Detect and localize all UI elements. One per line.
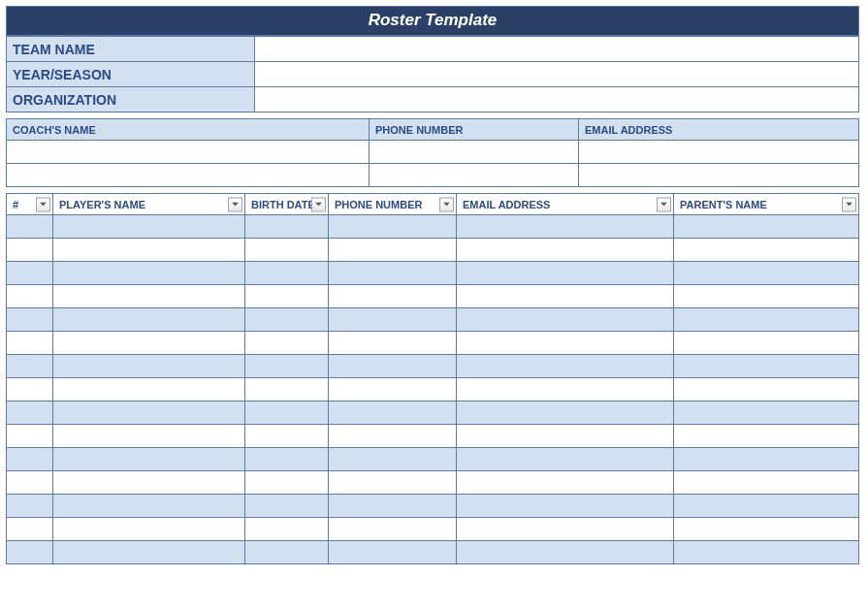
player-cell-name[interactable] — [53, 355, 245, 378]
team-name-input[interactable] — [255, 37, 859, 62]
player-cell-name[interactable] — [53, 239, 245, 262]
player-cell-phone[interactable] — [329, 215, 457, 239]
filter-dropdown-icon[interactable] — [228, 197, 242, 211]
player-cell-email[interactable] — [457, 332, 674, 355]
player-cell-birth[interactable] — [245, 448, 329, 471]
player-cell-email[interactable] — [457, 355, 674, 378]
player-cell-name[interactable] — [53, 378, 245, 401]
coach-cell-email[interactable] — [579, 141, 859, 164]
coach-cell-phone[interactable] — [370, 141, 579, 164]
player-cell-name[interactable] — [53, 471, 245, 495]
player-cell-phone[interactable] — [329, 285, 457, 308]
player-header-name[interactable]: PLAYER'S NAME — [53, 194, 245, 215]
player-cell-parent[interactable] — [674, 541, 859, 564]
player-cell-birth[interactable] — [245, 308, 329, 332]
player-cell-parent[interactable] — [674, 401, 859, 425]
player-cell-num[interactable] — [7, 239, 53, 262]
player-header-num[interactable]: # — [7, 194, 53, 215]
player-cell-num[interactable] — [7, 285, 53, 308]
player-cell-email[interactable] — [457, 541, 674, 564]
player-cell-name[interactable] — [53, 541, 245, 564]
player-cell-parent[interactable] — [674, 448, 859, 471]
player-cell-phone[interactable] — [329, 448, 457, 471]
player-cell-birth[interactable] — [245, 262, 329, 285]
player-cell-parent[interactable] — [674, 285, 859, 308]
player-cell-phone[interactable] — [329, 355, 457, 378]
player-cell-birth[interactable] — [245, 239, 329, 262]
player-cell-name[interactable] — [53, 495, 245, 518]
player-cell-name[interactable] — [53, 285, 245, 308]
player-cell-phone[interactable] — [329, 401, 457, 425]
player-cell-num[interactable] — [7, 518, 53, 541]
player-cell-birth[interactable] — [245, 401, 329, 425]
coach-cell-name[interactable] — [7, 141, 370, 164]
player-cell-parent[interactable] — [674, 378, 859, 401]
player-cell-name[interactable] — [53, 401, 245, 425]
player-cell-birth[interactable] — [245, 378, 329, 401]
player-cell-birth[interactable] — [245, 285, 329, 308]
player-cell-parent[interactable] — [674, 425, 859, 448]
player-cell-parent[interactable] — [674, 215, 859, 239]
player-cell-parent[interactable] — [674, 518, 859, 541]
player-cell-email[interactable] — [457, 378, 674, 401]
player-cell-phone[interactable] — [329, 541, 457, 564]
player-cell-parent[interactable] — [674, 355, 859, 378]
player-cell-email[interactable] — [457, 239, 674, 262]
player-cell-name[interactable] — [53, 518, 245, 541]
player-cell-birth[interactable] — [245, 518, 329, 541]
player-cell-num[interactable] — [7, 471, 53, 495]
player-cell-email[interactable] — [457, 401, 674, 425]
player-cell-phone[interactable] — [329, 239, 457, 262]
player-cell-phone[interactable] — [329, 471, 457, 495]
filter-dropdown-icon[interactable] — [311, 197, 326, 211]
player-cell-birth[interactable] — [245, 332, 329, 355]
player-cell-birth[interactable] — [245, 541, 329, 564]
year-season-input[interactable] — [255, 62, 859, 87]
player-cell-email[interactable] — [457, 285, 674, 308]
player-cell-name[interactable] — [53, 448, 245, 471]
player-cell-parent[interactable] — [674, 262, 859, 285]
player-cell-num[interactable] — [7, 401, 53, 425]
player-cell-num[interactable] — [7, 378, 53, 401]
player-cell-num[interactable] — [7, 308, 53, 332]
player-cell-num[interactable] — [7, 495, 53, 518]
player-cell-num[interactable] — [7, 541, 53, 564]
filter-dropdown-icon[interactable] — [439, 197, 454, 211]
player-cell-email[interactable] — [457, 471, 674, 495]
player-cell-name[interactable] — [53, 425, 245, 448]
player-cell-phone[interactable] — [329, 332, 457, 355]
player-cell-name[interactable] — [53, 332, 245, 355]
player-cell-email[interactable] — [457, 495, 674, 518]
player-cell-email[interactable] — [457, 215, 674, 239]
player-cell-num[interactable] — [7, 215, 53, 239]
organization-input[interactable] — [255, 87, 859, 112]
player-cell-email[interactable] — [457, 425, 674, 448]
player-cell-parent[interactable] — [674, 471, 859, 495]
player-cell-parent[interactable] — [674, 239, 859, 262]
player-cell-birth[interactable] — [245, 425, 329, 448]
player-cell-name[interactable] — [53, 215, 245, 239]
player-cell-phone[interactable] — [329, 518, 457, 541]
player-cell-parent[interactable] — [674, 308, 859, 332]
player-header-birth[interactable]: BIRTH DATE — [245, 194, 329, 215]
player-cell-num[interactable] — [7, 355, 53, 378]
filter-dropdown-icon[interactable] — [842, 197, 856, 211]
player-cell-num[interactable] — [7, 262, 53, 285]
player-cell-email[interactable] — [457, 308, 674, 332]
player-cell-parent[interactable] — [674, 332, 859, 355]
coach-cell-phone[interactable] — [370, 164, 579, 187]
player-cell-phone[interactable] — [329, 495, 457, 518]
player-header-email[interactable]: EMAIL ADDRESS — [457, 194, 674, 215]
player-cell-email[interactable] — [457, 518, 674, 541]
coach-cell-name[interactable] — [7, 164, 370, 187]
player-header-parent[interactable]: PARENT'S NAME — [674, 194, 859, 215]
player-cell-num[interactable] — [7, 448, 53, 471]
player-cell-name[interactable] — [53, 262, 245, 285]
player-cell-num[interactable] — [7, 425, 53, 448]
player-cell-phone[interactable] — [329, 262, 457, 285]
player-cell-birth[interactable] — [245, 355, 329, 378]
player-cell-birth[interactable] — [245, 495, 329, 518]
player-cell-phone[interactable] — [329, 308, 457, 332]
player-cell-parent[interactable] — [674, 495, 859, 518]
coach-cell-email[interactable] — [579, 164, 859, 187]
